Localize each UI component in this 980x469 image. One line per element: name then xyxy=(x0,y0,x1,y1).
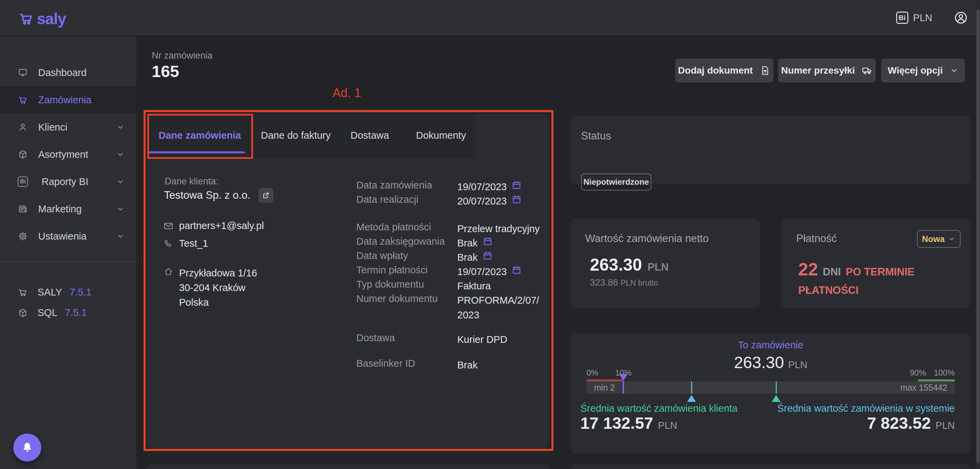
calendar-icon[interactable] xyxy=(511,180,522,190)
sidebar-item-label: Marketing xyxy=(38,203,81,215)
gauge-tick: 100% xyxy=(934,368,955,378)
field-numer-dokumentu: Numer dokumentu PROFORMA/2/07/2023 xyxy=(356,293,541,323)
calendar-icon[interactable] xyxy=(482,236,493,246)
order-number-label: Nr zamówienia xyxy=(152,51,213,61)
topbar: saly Bi PLN xyxy=(0,0,980,36)
app-logo[interactable]: saly xyxy=(18,10,66,28)
sidebar: Dashboard Zamówienia Klienci Asortyment … xyxy=(0,36,137,469)
field-data-realizacji: Data realizacji 20/07/2023 xyxy=(356,194,541,208)
gauge-title: To zamówienie xyxy=(587,339,955,351)
next-card-right-stub xyxy=(570,464,970,469)
sidebar-item-label: Ustawienia xyxy=(38,231,87,242)
field-label: Typ dokumentu xyxy=(356,279,457,290)
cube-icon xyxy=(18,308,28,318)
sidebar-item-label: Klienci xyxy=(38,122,67,133)
shipment-number-button[interactable]: Numer przesyłki xyxy=(778,59,876,83)
payment-status-dropdown[interactable]: Nowa xyxy=(917,230,961,248)
order-value-gauge: 0% 10% 90% 100% min 2 max 155442 xyxy=(587,368,955,402)
field-baselinker-id: Baselinker ID Brak xyxy=(356,358,541,372)
truck-icon xyxy=(862,65,873,76)
gauge-bar: min 2 max 155442 xyxy=(587,382,955,394)
logo-text: saly xyxy=(37,10,66,28)
version-name: SALY xyxy=(38,287,62,298)
currency-label: PLN xyxy=(913,12,932,24)
chevron-down-icon xyxy=(116,205,125,213)
currency-switcher[interactable]: Bi PLN xyxy=(896,11,932,24)
client-email-row: partners+1@saly.pl xyxy=(163,220,264,231)
chevron-down-icon xyxy=(116,232,125,241)
field-label: Metoda płatności xyxy=(356,221,457,233)
gear-icon xyxy=(18,231,28,241)
field-label: Baselinker ID xyxy=(356,358,457,369)
annotation-label: Ad. 1 xyxy=(332,86,361,100)
gauge-tick: 90% xyxy=(910,368,926,378)
bell-icon xyxy=(21,441,34,454)
sidebar-item-klienci[interactable]: Klienci xyxy=(0,113,137,141)
newspaper-icon xyxy=(18,204,28,214)
phone-icon xyxy=(163,238,173,249)
open-client-button[interactable] xyxy=(258,188,274,203)
calendar-icon[interactable] xyxy=(511,265,522,275)
system-average-currency: PLN xyxy=(935,420,955,431)
cart-icon xyxy=(18,95,28,105)
next-card-left-stub xyxy=(146,464,549,469)
system-average-value: 7 823.52 xyxy=(867,414,931,432)
document-upload-icon xyxy=(760,65,771,76)
field-value: PROFORMA/2/07/2023 xyxy=(457,291,541,323)
field-data-zamowienia: Data zamówienia 19/07/2023 xyxy=(356,180,541,194)
account-icon[interactable] xyxy=(953,10,969,25)
gauge-min-label: min 2 xyxy=(594,382,615,394)
field-label: Data wpłaty xyxy=(356,250,457,261)
scrollbar[interactable] xyxy=(976,0,980,469)
notifications-fab[interactable] xyxy=(13,434,41,461)
sidebar-item-ustawienia[interactable]: Ustawienia xyxy=(0,223,137,250)
status-title: Status xyxy=(581,130,611,142)
overdue-text: PŁATNOŚCI xyxy=(798,284,859,296)
field-value: 20/07/2023 xyxy=(457,192,507,208)
field-value: Kurier DPD xyxy=(457,330,508,347)
dropdown-value: Nowa xyxy=(922,234,945,244)
sidebar-item-marketing[interactable]: Marketing xyxy=(0,195,137,223)
gross-value: 323.86 PLN brutto xyxy=(590,277,658,288)
sidebar-item-raporty-bi[interactable]: Bi Raporty BI xyxy=(0,168,137,195)
order-number: 165 xyxy=(152,62,179,81)
field-label: Dostawa xyxy=(356,332,457,343)
sidebar-item-dashboard[interactable]: Dashboard xyxy=(0,59,137,86)
home-icon xyxy=(163,267,173,277)
chevron-down-icon xyxy=(116,150,125,159)
client-email[interactable]: partners+1@saly.pl xyxy=(179,220,264,231)
bi-icon: Bi xyxy=(896,11,908,24)
version-number: 7.5.1 xyxy=(65,307,87,318)
tab-dokumenty[interactable]: Dokumenty xyxy=(416,130,466,141)
button-label: Więcej opcji xyxy=(888,65,943,76)
address-line: Polska xyxy=(179,295,257,310)
field-data-zaksiegowania: Data zaksięgowania Brak xyxy=(356,236,541,251)
gauge-max-label: max 155442 xyxy=(900,382,947,394)
monitor-icon xyxy=(18,67,28,78)
sidebar-item-zamowienia[interactable]: Zamówienia xyxy=(0,86,137,113)
field-dostawa: Dostawa Kurier DPD xyxy=(356,332,541,347)
calendar-icon[interactable] xyxy=(482,251,493,261)
cart-icon xyxy=(18,287,28,297)
envelope-icon xyxy=(163,221,173,231)
add-document-button[interactable]: Dodaj dokument xyxy=(675,59,773,83)
scrollbar-thumb[interactable] xyxy=(976,10,980,463)
client-name: Testowa Sp. z o.o. xyxy=(164,189,250,202)
version-number: 7.5.1 xyxy=(70,287,92,298)
field-label: Numer dokumentu xyxy=(356,293,457,304)
field-label: Data realizacji xyxy=(356,194,457,205)
system-average-label: Średnia wartość zamówienia w systemie xyxy=(587,403,955,414)
version-name: SQL xyxy=(38,307,57,318)
order-value-title: Wartość zamówienia netto xyxy=(585,232,709,245)
tab-dane-do-faktury[interactable]: Dane do faktury xyxy=(261,130,331,141)
version-sql: SQL 7.5.1 xyxy=(18,307,87,318)
person-icon xyxy=(18,122,28,132)
tab-dostawa[interactable]: Dostawa xyxy=(350,130,389,141)
more-options-button[interactable]: Więcej opcji xyxy=(881,59,965,83)
chevron-down-icon xyxy=(950,66,959,75)
calendar-icon[interactable] xyxy=(511,194,522,205)
tab-dane-zamowienia[interactable]: Dane zamówienia xyxy=(159,130,241,141)
status-chip-niepotwierdzone[interactable]: Niepotwierdzone xyxy=(581,173,651,191)
sidebar-item-asortyment[interactable]: Asortyment xyxy=(0,141,137,168)
client-phone: Test_1 xyxy=(179,238,208,249)
